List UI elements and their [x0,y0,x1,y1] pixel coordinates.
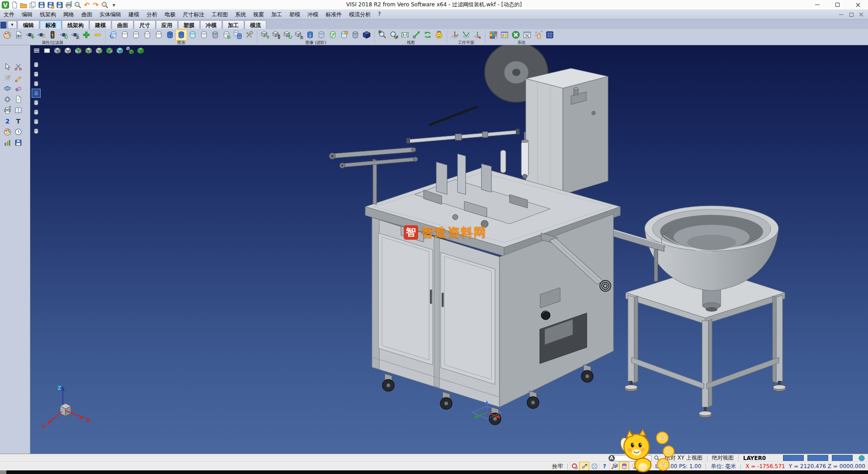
view-top-icon[interactable] [63,46,72,55]
select-cursor-icon[interactable] [3,62,12,71]
strip-filter-8[interactable] [32,127,40,135]
image-wire-icon[interactable] [350,30,361,40]
menu-mold[interactable]: 塑模 [286,10,304,19]
library-icon[interactable] [14,106,23,114]
menu-wireframe[interactable]: 线架构 [36,10,60,19]
absolute-view-label[interactable]: 绝对视图 [709,454,736,462]
close-button[interactable] [848,0,868,10]
analysis-chart-icon[interactable] [3,138,12,147]
tab-surface[interactable]: 曲面 [112,20,133,29]
menu-dimension[interactable]: 尺寸标注 [179,10,208,19]
machine-3d-model[interactable] [30,45,868,454]
view-left-icon[interactable] [84,46,93,55]
notes-icon[interactable] [14,95,23,104]
new-file-icon[interactable] [10,1,19,9]
view-shaded-icon[interactable] [136,46,145,55]
help-icon[interactable]: ? [599,462,609,470]
zoom-1to1-icon[interactable]: 1:1 [400,30,410,40]
redraw-icon[interactable]: ↻ [108,30,119,40]
attributes-icon[interactable] [2,30,13,40]
snap-icon[interactable] [570,462,579,470]
color-palette-icon[interactable] [488,30,499,40]
grid-sketch-icon[interactable] [3,73,12,82]
view-iso-icon[interactable] [52,46,62,55]
hidden-line-style-icon[interactable] [131,30,142,40]
visibility-traffic-icon[interactable] [47,30,58,40]
view-multi-icon[interactable] [125,46,135,55]
workplane-align-icon[interactable] [472,30,483,40]
image-validate-icon[interactable]: ✓ [327,30,338,40]
redo-icon[interactable]: ↷ [92,1,100,9]
settings-gear-icon[interactable] [3,95,12,104]
net-select-icon[interactable] [580,462,589,470]
strip-filter-3[interactable] [32,80,40,88]
menu-help[interactable]: ? [374,10,384,19]
menu-solid-edit[interactable]: 实体编辑 [96,10,125,19]
menu-edit[interactable]: 编辑 [18,10,36,19]
menu-window[interactable]: 视窗 [250,10,268,19]
maximize-button[interactable] [827,0,848,10]
page-visibility-icon[interactable] [13,30,24,40]
absolute-badge-icon[interactable]: A [609,455,615,461]
image-refresh-icon[interactable]: ↻ [282,30,293,40]
view-bottom-icon[interactable] [115,46,124,55]
shaded-style-icon[interactable] [165,30,175,40]
viewport-plane-icon[interactable] [42,46,52,55]
workplane-edit-icon[interactable] [461,30,472,40]
filter-remove-icon[interactable] [92,30,103,40]
image-toggle-icon[interactable]: ± [293,30,304,40]
strip-filter-6[interactable] [32,108,40,116]
hide-entities-icon[interactable]: − [36,30,47,40]
view-2d-icon[interactable]: 2 [3,117,12,125]
orbit-icon[interactable] [3,84,12,93]
search-icon[interactable] [101,1,109,9]
view-right-icon[interactable] [94,46,104,55]
save-model-icon[interactable] [14,138,23,147]
view-mode-label[interactable]: 绝对 XY 上视图 [662,454,705,462]
history-icon[interactable] [14,128,23,136]
preview-icon[interactable] [74,1,82,9]
refresh-view-icon[interactable] [422,30,433,40]
visibility-refresh-icon[interactable]: ↻ [58,30,69,40]
tab-die[interactable]: 冲模 [200,20,222,29]
tab-machining[interactable]: 加工 [222,20,244,29]
image-tag-icon[interactable] [339,30,349,40]
save-as-icon[interactable] [47,1,55,9]
dashed-style-icon[interactable] [142,30,153,40]
graphics-settings-icon[interactable] [244,30,255,40]
sketch-icon[interactable] [14,73,23,82]
viewport[interactable]: 智 智造资料网 Z X Y [30,45,868,454]
strip-filter-2[interactable] [32,70,40,78]
menu-die[interactable]: 冲模 [304,10,322,19]
menu-mesh[interactable]: 网格 [60,10,78,19]
window-tools-icon[interactable] [522,30,533,40]
strip-filter-7[interactable] [32,118,40,126]
tab-dimension[interactable]: 尺寸 [134,20,156,29]
strip-filter-5[interactable] [32,99,40,107]
colors-icon[interactable] [3,128,12,136]
menu-machining[interactable]: 加工 [268,10,286,19]
menu-drawing[interactable]: 工程图 [208,10,231,19]
text-tool-icon[interactable]: T [14,117,23,125]
mdi-close-button[interactable] [857,11,866,18]
lock-toggle[interactable]: 拴牢 [549,463,566,470]
visibility-toggle-icon[interactable]: ± [70,30,80,40]
window-colors-icon[interactable] [499,30,510,40]
undo-icon[interactable]: ↶ [83,1,91,9]
menu-flow-analysis[interactable]: 模流分析 [345,10,374,19]
tab-mold[interactable]: 塑膜 [178,20,200,29]
show-entities-icon[interactable]: + [24,30,35,40]
zoom-in-out-icon[interactable]: ± [377,30,388,40]
grid-settings-icon[interactable] [544,30,555,40]
flat-style-icon[interactable] [198,30,209,40]
outline-style-icon[interactable] [153,30,164,40]
shaded-edges-style-icon[interactable] [176,30,187,40]
visi-logo[interactable]: V [1,1,9,9]
menu-surface[interactable]: 曲面 [78,10,96,19]
layer-button[interactable]: LAYER0 [741,455,769,461]
menu-file[interactable]: 文件 [0,10,18,19]
status-search-icon[interactable] [653,455,660,462]
dice-icon[interactable] [590,462,599,470]
image-add-icon[interactable]: + [259,30,270,40]
viewport-menu-icon[interactable] [32,46,41,55]
